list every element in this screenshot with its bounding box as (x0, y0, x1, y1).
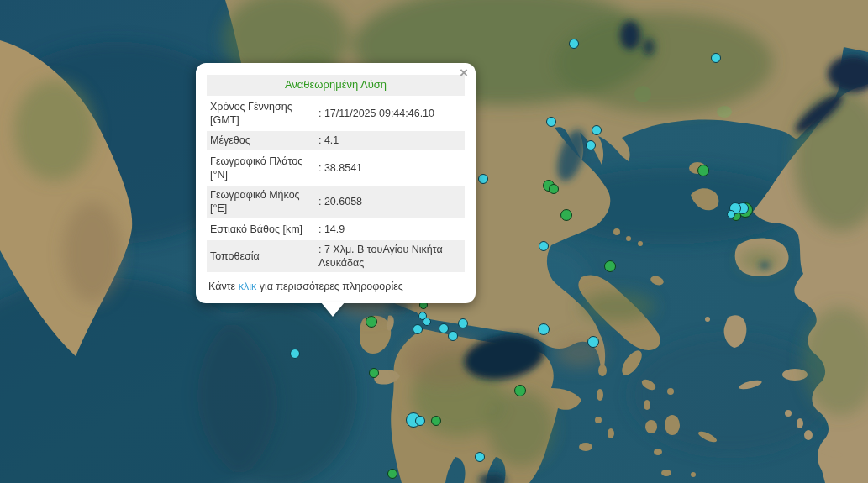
earthquake-marker[interactable] (475, 452, 485, 462)
info-row: Γεωγραφικό Πλάτος [°N]: 38.8541 (207, 152, 465, 185)
close-icon[interactable]: × (460, 66, 468, 80)
footer-text-suffix: για περισσότερες πληροφορίες (256, 281, 403, 292)
earthquake-marker[interactable] (478, 174, 488, 184)
earthquake-marker[interactable] (587, 336, 599, 348)
earthquake-marker[interactable] (448, 331, 458, 341)
earthquake-marker[interactable] (560, 209, 572, 221)
earthquake-marker[interactable] (586, 140, 596, 150)
info-label: Εστιακό Βάθος [km] (207, 220, 315, 239)
earthquake-marker[interactable] (366, 316, 377, 328)
info-label: Γεωγραφικό Μήκος [°E] (207, 186, 315, 218)
earthquake-marker[interactable] (431, 416, 441, 426)
earthquake-marker[interactable] (569, 39, 579, 49)
earthquake-marker[interactable] (539, 241, 549, 251)
earthquake-marker[interactable] (546, 117, 556, 127)
info-row: Εστιακό Βάθος [km]: 14.9 (207, 220, 465, 239)
info-value: : 7 Χλμ. Β τουΑγίου Νικήτα Λευκάδας (315, 240, 465, 273)
earthquake-info-table: Αναθεωρημένη Λύση Χρόνος Γέννησης [GMT]:… (207, 73, 465, 274)
info-row: Χρόνος Γέννησης [GMT]: 17/11/2025 09:44:… (207, 97, 465, 130)
info-value: : 38.8541 (315, 152, 465, 185)
info-row: Γεωγραφικό Μήκος [°E]: 20.6058 (207, 186, 465, 218)
popup-footer: Κάντε κλικ για περισσότερες πληροφορίες (207, 278, 465, 293)
earthquake-marker[interactable] (592, 125, 602, 135)
footer-text-prefix: Κάντε (208, 281, 239, 292)
info-value: : 4.1 (315, 131, 465, 150)
info-row: Μέγεθος: 4.1 (207, 131, 465, 150)
popup-tail (321, 302, 345, 317)
popup-rows: Χρόνος Γέννησης [GMT]: 17/11/2025 09:44:… (207, 97, 465, 273)
earthquake-marker[interactable] (711, 53, 721, 63)
earthquake-marker[interactable] (458, 318, 468, 328)
map-canvas[interactable]: × Αναθεωρημένη Λύση Χρόνος Γέννησης [GMT… (0, 0, 868, 483)
earthquake-marker[interactable] (538, 323, 550, 335)
popup-content: Αναθεωρημένη Λύση Χρόνος Γέννησης [GMT]:… (196, 63, 476, 303)
info-value: : 14.9 (315, 220, 465, 239)
earthquake-marker[interactable] (413, 324, 423, 334)
info-label: Γεωγραφικό Πλάτος [°N] (207, 152, 315, 185)
earthquake-marker[interactable] (439, 323, 449, 333)
info-value: : 17/11/2025 09:44:46.10 (315, 97, 465, 130)
earthquake-marker[interactable] (514, 385, 526, 396)
earthquake-marker[interactable] (727, 210, 735, 218)
info-row: Τοποθεσία: 7 Χλμ. Β τουΑγίου Νικήτα Λευκ… (207, 240, 465, 273)
earthquake-marker[interactable] (369, 368, 379, 378)
info-label: Χρόνος Γέννησης [GMT] (207, 97, 315, 130)
info-label: Μέγεθος (207, 131, 315, 150)
earthquake-marker[interactable] (549, 184, 559, 194)
earthquake-marker[interactable] (387, 469, 397, 479)
earthquake-marker[interactable] (697, 165, 709, 176)
info-value: : 20.6058 (315, 186, 465, 218)
earthquake-popup: × Αναθεωρημένη Λύση Χρόνος Γέννησης [GMT… (196, 63, 476, 303)
earthquake-marker[interactable] (415, 416, 425, 426)
more-info-link[interactable]: κλικ (239, 281, 257, 292)
earthquake-marker[interactable] (290, 349, 300, 359)
popup-title: Αναθεωρημένη Λύση (207, 75, 465, 96)
earthquake-marker[interactable] (423, 318, 431, 326)
info-label: Τοποθεσία (207, 240, 315, 273)
earthquake-marker[interactable] (604, 260, 616, 272)
